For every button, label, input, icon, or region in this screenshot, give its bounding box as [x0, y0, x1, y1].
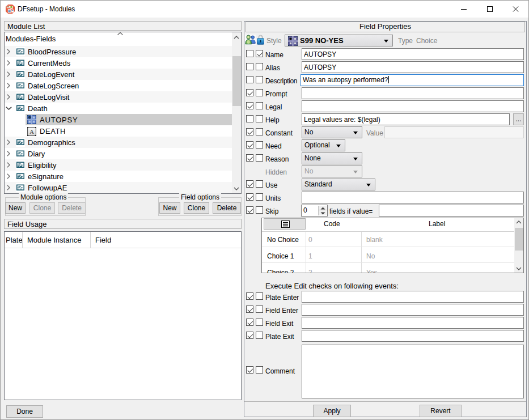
svg-text:A: A	[29, 129, 34, 135]
